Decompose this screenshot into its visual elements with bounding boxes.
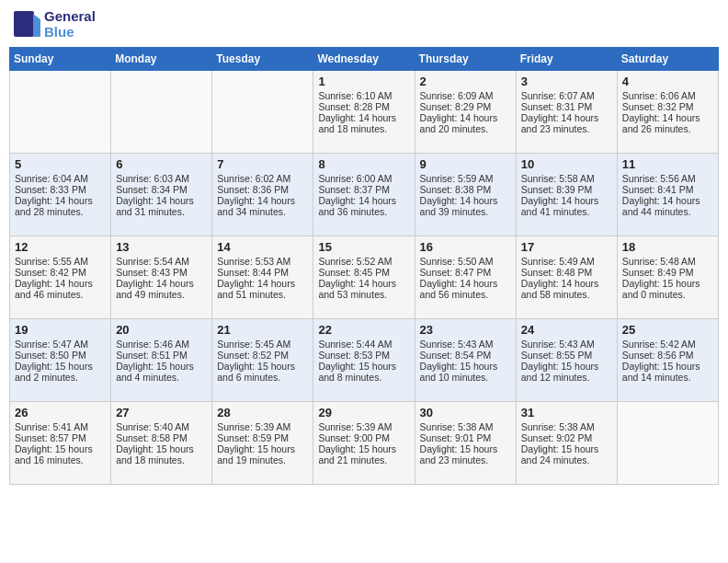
day-info: Daylight: 15 hours and 6 minutes. [217, 361, 308, 383]
calendar-cell: 4Sunrise: 6:06 AMSunset: 8:32 PMDaylight… [617, 71, 718, 154]
day-info: Sunset: 9:02 PM [521, 432, 612, 443]
day-info: Daylight: 14 hours and 44 minutes. [622, 195, 713, 217]
calendar-cell: 20Sunrise: 5:46 AMSunset: 8:51 PMDayligh… [111, 319, 212, 402]
day-info: Sunrise: 5:53 AM [217, 256, 308, 267]
day-info: Sunset: 8:47 PM [420, 267, 511, 278]
day-number: 22 [318, 323, 409, 337]
day-info: Daylight: 14 hours and 26 minutes. [622, 112, 713, 134]
day-number: 8 [318, 157, 409, 171]
weekday-header-sunday: Sunday [10, 48, 111, 71]
day-info: Sunset: 9:01 PM [420, 432, 511, 443]
day-info: Daylight: 15 hours and 10 minutes. [420, 361, 511, 383]
svg-marker-1 [33, 14, 40, 19]
day-number: 5 [15, 157, 106, 171]
day-info: Sunset: 8:38 PM [420, 184, 511, 195]
day-info: Sunrise: 5:39 AM [217, 421, 308, 432]
day-info: Sunset: 9:00 PM [318, 432, 409, 443]
day-number: 1 [318, 75, 409, 88]
day-info: Sunrise: 5:43 AM [521, 339, 612, 350]
day-info: Sunset: 8:45 PM [318, 267, 409, 278]
calendar-cell: 14Sunrise: 5:53 AMSunset: 8:44 PMDayligh… [212, 236, 313, 319]
day-number: 3 [521, 75, 612, 88]
calendar-cell: 1Sunrise: 6:10 AMSunset: 8:28 PMDaylight… [313, 71, 415, 154]
day-info: Daylight: 14 hours and 23 minutes. [521, 112, 612, 134]
calendar-week-3: 12Sunrise: 5:55 AMSunset: 8:42 PMDayligh… [10, 236, 719, 319]
day-info: Sunset: 8:51 PM [116, 350, 207, 361]
day-number: 4 [622, 75, 713, 88]
day-info: Sunset: 8:39 PM [521, 184, 612, 195]
day-info: Sunrise: 6:10 AM [318, 90, 409, 101]
day-info: Sunset: 8:55 PM [521, 350, 612, 361]
day-number: 10 [521, 157, 612, 171]
day-info: Sunset: 8:57 PM [15, 432, 106, 443]
day-info: Sunset: 8:42 PM [15, 267, 106, 278]
calendar-cell: 3Sunrise: 6:07 AMSunset: 8:31 PMDaylight… [516, 71, 617, 154]
day-info: Sunset: 8:49 PM [622, 267, 713, 278]
day-number: 21 [217, 323, 308, 337]
calendar-cell [111, 71, 212, 154]
calendar-cell: 12Sunrise: 5:55 AMSunset: 8:42 PMDayligh… [10, 236, 111, 319]
day-info: Daylight: 14 hours and 39 minutes. [420, 195, 511, 217]
day-info: Sunrise: 6:04 AM [15, 173, 106, 184]
calendar-week-5: 26Sunrise: 5:41 AMSunset: 8:57 PMDayligh… [10, 402, 719, 485]
day-number: 16 [420, 240, 511, 254]
day-number: 9 [420, 157, 511, 171]
day-info: Daylight: 15 hours and 16 minutes. [15, 443, 106, 465]
day-info: Daylight: 14 hours and 49 minutes. [116, 278, 207, 300]
svg-rect-0 [14, 11, 34, 37]
day-info: Sunset: 8:43 PM [116, 267, 207, 278]
day-info: Sunrise: 5:46 AM [116, 339, 207, 350]
calendar-cell: 9Sunrise: 5:59 AMSunset: 8:38 PMDaylight… [415, 154, 516, 236]
calendar-cell: 29Sunrise: 5:39 AMSunset: 9:00 PMDayligh… [313, 402, 415, 485]
calendar-cell [212, 71, 313, 154]
day-info: Daylight: 15 hours and 21 minutes. [318, 443, 409, 465]
day-info: Sunrise: 5:54 AM [116, 256, 207, 267]
day-info: Sunrise: 5:58 AM [521, 173, 612, 184]
weekday-header-saturday: Saturday [617, 48, 718, 71]
day-info: Sunrise: 5:38 AM [420, 421, 511, 432]
calendar-cell: 5Sunrise: 6:04 AMSunset: 8:33 PMDaylight… [10, 154, 111, 236]
day-info: Sunset: 8:44 PM [217, 267, 308, 278]
day-info: Sunrise: 5:41 AM [15, 421, 106, 432]
day-info: Daylight: 15 hours and 0 minutes. [622, 278, 713, 300]
day-info: Daylight: 14 hours and 36 minutes. [318, 195, 409, 217]
day-info: Sunrise: 6:07 AM [521, 90, 612, 101]
day-info: Daylight: 14 hours and 53 minutes. [318, 278, 409, 300]
day-number: 27 [116, 406, 207, 419]
logo: General Blue [13, 9, 96, 40]
day-info: Sunset: 8:50 PM [15, 350, 106, 361]
day-info: Sunrise: 6:09 AM [420, 90, 511, 101]
calendar-cell: 31Sunrise: 5:38 AMSunset: 9:02 PMDayligh… [516, 402, 617, 485]
day-info: Sunset: 8:31 PM [521, 101, 612, 112]
calendar-cell: 17Sunrise: 5:49 AMSunset: 8:48 PMDayligh… [516, 236, 617, 319]
calendar-week-2: 5Sunrise: 6:04 AMSunset: 8:33 PMDaylight… [10, 154, 719, 236]
day-number: 18 [622, 240, 713, 254]
calendar-cell: 30Sunrise: 5:38 AMSunset: 9:01 PMDayligh… [415, 402, 516, 485]
day-number: 31 [521, 406, 612, 419]
day-info: Daylight: 15 hours and 14 minutes. [622, 361, 713, 383]
day-info: Sunset: 8:52 PM [217, 350, 308, 361]
day-info: Daylight: 14 hours and 34 minutes. [217, 195, 308, 217]
calendar-cell: 8Sunrise: 6:00 AMSunset: 8:37 PMDaylight… [313, 154, 415, 236]
day-info: Sunset: 8:41 PM [622, 184, 713, 195]
day-info: Sunrise: 5:52 AM [318, 256, 409, 267]
day-number: 20 [116, 323, 207, 337]
calendar-cell: 13Sunrise: 5:54 AMSunset: 8:43 PMDayligh… [111, 236, 212, 319]
day-info: Sunrise: 6:02 AM [217, 173, 308, 184]
day-number: 14 [217, 240, 308, 254]
logo-graphic [13, 10, 42, 40]
calendar-cell: 28Sunrise: 5:39 AMSunset: 8:59 PMDayligh… [212, 402, 313, 485]
day-info: Daylight: 14 hours and 51 minutes. [217, 278, 308, 300]
day-number: 6 [116, 157, 207, 171]
day-info: Sunset: 8:54 PM [420, 350, 511, 361]
day-number: 23 [420, 323, 511, 337]
day-info: Sunset: 8:58 PM [116, 432, 207, 443]
calendar-cell: 19Sunrise: 5:47 AMSunset: 8:50 PMDayligh… [10, 319, 111, 402]
day-info: Daylight: 15 hours and 24 minutes. [521, 443, 612, 465]
calendar-cell: 27Sunrise: 5:40 AMSunset: 8:58 PMDayligh… [111, 402, 212, 485]
calendar-cell: 16Sunrise: 5:50 AMSunset: 8:47 PMDayligh… [415, 236, 516, 319]
day-info: Daylight: 15 hours and 8 minutes. [318, 361, 409, 383]
day-info: Sunrise: 5:40 AM [116, 421, 207, 432]
calendar-cell: 18Sunrise: 5:48 AMSunset: 8:49 PMDayligh… [617, 236, 718, 319]
weekday-header-monday: Monday [111, 48, 212, 71]
